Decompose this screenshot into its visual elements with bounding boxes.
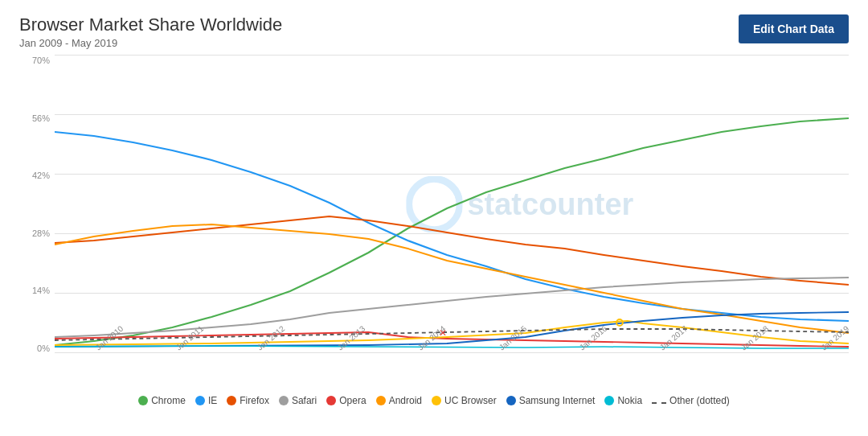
samsung-legend-label: Samsung Internet	[519, 395, 596, 406]
samsung-legend-icon	[506, 396, 516, 405]
legend-item-nokia: Nokia	[604, 395, 642, 406]
ie-legend-icon	[195, 396, 205, 405]
chart-svg-container: statcounter ✕	[55, 56, 849, 353]
y-label-0: 0%	[19, 343, 55, 353]
y-label-56: 56%	[19, 113, 55, 123]
chart-subtitle: Jan 2009 - May 2019	[19, 37, 282, 49]
legend-item-chrome: Chrome	[138, 395, 186, 406]
nokia-line	[55, 346, 849, 348]
title-block: Browser Market Share Worldwide Jan 2009 …	[19, 14, 282, 49]
chart-legend: Chrome IE Firefox Safari Opera Android U…	[0, 393, 868, 406]
other-legend-label: Other (dotted)	[669, 395, 730, 406]
legend-item-firefox: Firefox	[227, 395, 269, 406]
nokia-legend-icon	[604, 396, 614, 405]
chrome-legend-icon	[138, 396, 148, 405]
opera-legend-icon	[326, 396, 336, 405]
y-label-70: 70%	[19, 56, 55, 65]
legend-item-other: Other (dotted)	[652, 395, 730, 406]
legend-item-samsung: Samsung Internet	[506, 395, 596, 406]
legend-item-android: Android	[376, 395, 422, 406]
android-legend-label: Android	[389, 395, 422, 406]
firefox-legend-label: Firefox	[240, 395, 269, 406]
legend-item-safari: Safari	[279, 395, 317, 406]
other-legend-icon	[652, 402, 666, 404]
android-legend-icon	[376, 396, 386, 405]
legend-item-ie: IE	[195, 395, 217, 406]
page-header: Browser Market Share Worldwide Jan 2009 …	[0, 0, 868, 49]
chart-area: 0% 14% 28% 42% 56% 70% statcounter	[19, 56, 849, 393]
uc-legend-icon	[432, 396, 441, 405]
line-chart: ✕	[55, 56, 849, 353]
android-line	[55, 224, 849, 333]
edit-chart-button[interactable]: Edit Chart Data	[739, 14, 849, 43]
legend-item-opera: Opera	[326, 395, 366, 406]
chrome-legend-label: Chrome	[151, 395, 186, 406]
opera-legend-label: Opera	[339, 395, 366, 406]
chart-title: Browser Market Share Worldwide	[19, 14, 282, 35]
safari-legend-icon	[279, 396, 289, 405]
safari-line	[55, 278, 849, 337]
ie-legend-label: IE	[208, 395, 217, 406]
safari-legend-label: Safari	[292, 395, 317, 406]
nokia-legend-label: Nokia	[617, 395, 642, 406]
y-label-14: 14%	[19, 286, 55, 295]
firefox-legend-icon	[227, 396, 236, 405]
uc-legend-label: UC Browser	[444, 395, 497, 406]
y-axis: 0% 14% 28% 42% 56% 70%	[19, 56, 55, 353]
y-label-42: 42%	[19, 171, 55, 180]
y-label-28: 28%	[19, 228, 55, 238]
x-axis: Jan 2010 Jan 2011 Jan 2012 Jan 2013 Jan …	[90, 335, 849, 343]
legend-item-uc: UC Browser	[432, 395, 497, 406]
